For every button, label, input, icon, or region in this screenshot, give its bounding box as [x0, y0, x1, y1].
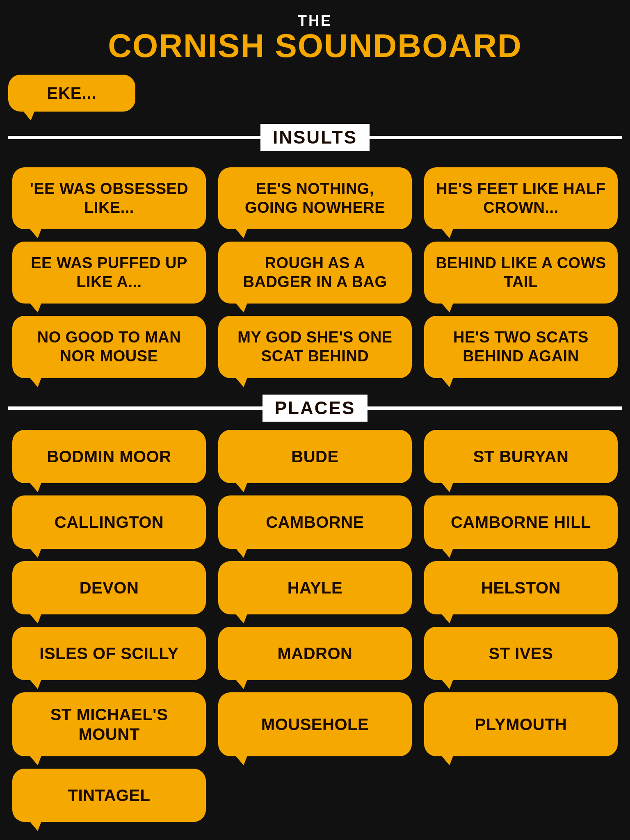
insult-text-behind-cows: BEHIND LIKE A COWS TAIL: [434, 254, 607, 291]
insult-item-behind-cows[interactable]: BEHIND LIKE A COWS TAIL: [424, 242, 618, 304]
partial-bubble[interactable]: EKE...: [8, 75, 135, 112]
place-text-bude: BUDE: [291, 447, 338, 466]
insult-item-hes-feet[interactable]: HE'S FEET LIKE HALF CROWN...: [424, 167, 618, 229]
place-text-plymouth: PLYMOUTH: [475, 714, 567, 734]
insult-text-no-good: NO GOOD TO MAN NOR MOUSE: [23, 328, 196, 365]
place-item-st-ives[interactable]: ST IVES: [424, 627, 618, 680]
insult-item-ee-was-obsessed[interactable]: 'EE WAS OBSESSED LIKE...: [12, 167, 206, 229]
place-item-bodmin-moor[interactable]: BODMIN MOOR: [12, 430, 206, 483]
place-item-hayle[interactable]: HAYLE: [218, 561, 412, 614]
place-text-hayle: HAYLE: [288, 578, 342, 598]
insult-item-no-good[interactable]: NO GOOD TO MAN NOR MOUSE: [12, 316, 206, 378]
insult-text-my-god: MY GOD SHE'S ONE SCAT BEHIND: [228, 328, 402, 365]
partial-bubble-area: EKE...: [0, 71, 630, 120]
place-item-camborne[interactable]: CAMBORNE: [218, 495, 412, 549]
insult-item-ees-nothing[interactable]: EE'S NOTHING, GOING NOWHERE: [218, 167, 412, 229]
place-text-mousehole: MOUSEHOLE: [261, 714, 369, 734]
place-item-devon[interactable]: DEVON: [12, 561, 206, 614]
place-text-madron: MADRON: [278, 644, 353, 663]
insult-text-ee-was-puffed: EE WAS PUFFED UP LIKE A...: [23, 254, 196, 291]
insult-text-ees-nothing: EE'S NOTHING, GOING NOWHERE: [228, 180, 402, 217]
place-item-st-buryan[interactable]: ST BURYAN: [424, 430, 618, 483]
places-grid: BODMIN MOOR BUDE ST BURYAN CALLINGTON CA…: [0, 426, 630, 834]
insults-grid: 'EE WAS OBSESSED LIKE... EE'S NOTHING, G…: [0, 155, 630, 390]
places-divider-line-right: [368, 406, 622, 410]
insult-item-my-god[interactable]: MY GOD SHE'S ONE SCAT BEHIND: [218, 316, 412, 378]
insult-item-rough-badger[interactable]: ROUGH AS A BADGER IN A BAG: [218, 242, 412, 304]
place-text-camborne: CAMBORNE: [266, 512, 364, 532]
insult-item-ee-was-puffed[interactable]: EE WAS PUFFED UP LIKE A...: [12, 242, 206, 304]
place-item-bude[interactable]: BUDE: [218, 430, 412, 483]
place-text-devon: DEVON: [80, 578, 139, 598]
insults-label: INSULTS: [260, 124, 370, 151]
place-text-st-michaels-mount: ST MICHAEL'S MOUNT: [23, 705, 196, 744]
header-the: THE: [8, 12, 622, 30]
place-item-helston[interactable]: HELSTON: [424, 561, 618, 614]
places-label: PLACES: [262, 395, 368, 422]
place-item-tintagel[interactable]: TINTAGEL: [12, 769, 206, 822]
place-item-isles-of-scilly[interactable]: ISLES OF SCILLY: [12, 627, 206, 680]
place-item-st-michaels-mount[interactable]: ST MICHAEL'S MOUNT: [12, 692, 206, 756]
place-text-bodmin-moor: BODMIN MOOR: [47, 447, 171, 466]
insult-item-two-scats[interactable]: HE'S TWO SCATS BEHIND AGAIN: [424, 316, 618, 378]
partial-bubble-text: EKE...: [47, 83, 97, 103]
insults-divider: INSULTS: [0, 124, 630, 151]
place-text-tintagel: TINTAGEL: [68, 785, 150, 805]
places-divider: PLACES: [0, 395, 630, 422]
place-text-isles-of-scilly: ISLES OF SCILLY: [39, 644, 178, 663]
places-divider-line-left: [8, 406, 262, 410]
insult-text-rough-badger: ROUGH AS A BADGER IN A BAG: [228, 254, 402, 291]
divider-line-left: [8, 136, 260, 139]
place-text-camborne-hill: CAMBORNE HILL: [451, 512, 591, 532]
place-item-callington[interactable]: CALLINGTON: [12, 495, 206, 549]
place-item-mousehole[interactable]: MOUSEHOLE: [218, 692, 412, 756]
place-item-camborne-hill[interactable]: CAMBORNE HILL: [424, 495, 618, 549]
divider-line-right: [370, 136, 622, 139]
place-item-madron[interactable]: MADRON: [218, 627, 412, 680]
place-text-st-buryan: ST BURYAN: [473, 447, 569, 466]
page-header: THE CORNISH SOUNDBOARD: [0, 0, 630, 71]
header-title: CORNISH SOUNDBOARD: [8, 30, 622, 62]
place-text-callington: CALLINGTON: [55, 512, 164, 532]
insult-text-ee-was-obsessed: 'EE WAS OBSESSED LIKE...: [23, 180, 196, 217]
place-text-st-ives: ST IVES: [489, 644, 553, 663]
place-text-helston: HELSTON: [481, 578, 561, 598]
place-item-plymouth[interactable]: PLYMOUTH: [424, 692, 618, 756]
insult-text-hes-feet: HE'S FEET LIKE HALF CROWN...: [434, 180, 607, 217]
insult-text-two-scats: HE'S TWO SCATS BEHIND AGAIN: [434, 328, 607, 365]
